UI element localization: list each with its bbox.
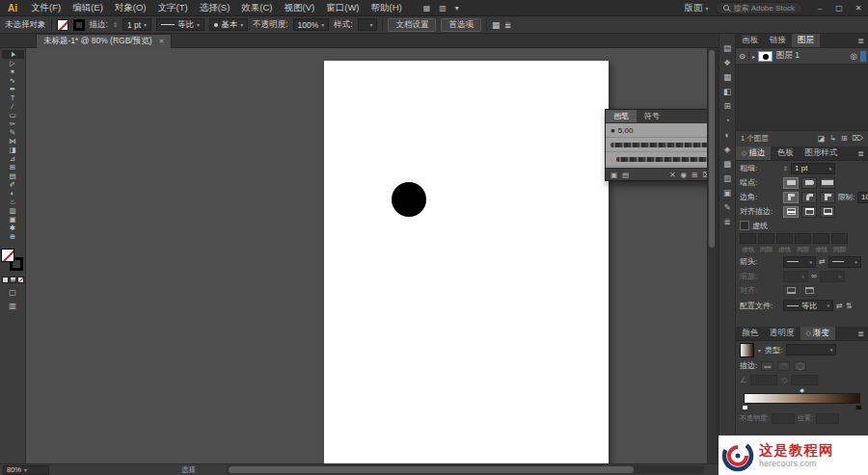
artboard-tool[interactable]: ▣ <box>2 215 24 224</box>
eyedropper-tool[interactable]: ✐ <box>2 180 24 189</box>
artboard[interactable] <box>324 61 609 463</box>
fill-stroke-control[interactable] <box>1 249 24 273</box>
menu-item[interactable]: 视图(V) <box>279 2 321 14</box>
brush-libraries-icon[interactable]: ▣ <box>610 171 617 179</box>
document-setup-button[interactable]: 文档设置 <box>388 18 436 32</box>
fill-swatch[interactable] <box>1 249 14 262</box>
tab-color[interactable]: 颜色 <box>736 327 764 340</box>
gradient-slider[interactable]: ◆ <box>744 393 860 404</box>
tab-graphic-styles[interactable]: 图形样式 <box>799 146 843 160</box>
delete-layer-icon[interactable]: ⌦ <box>853 134 863 143</box>
workspace-switcher[interactable]: 版面 <box>684 2 708 14</box>
color-button[interactable] <box>2 277 9 283</box>
horizontal-scrollbar[interactable] <box>227 465 704 474</box>
brush-definition-dropdown[interactable]: 基本 <box>209 18 248 31</box>
gap-input[interactable] <box>795 233 811 244</box>
gradient-tool[interactable]: ▤ <box>2 172 24 180</box>
tab-transparency[interactable]: 透明度 <box>764 327 800 340</box>
new-brush-icon[interactable]: ⊞ <box>692 171 697 179</box>
dashed-line-checkbox[interactable] <box>740 221 749 230</box>
brush-options-icon[interactable]: ◉ <box>681 171 688 179</box>
new-sublayer-icon[interactable]: ↳ <box>829 134 836 143</box>
stop-location-input[interactable] <box>816 413 839 424</box>
align-stroke-inside-button[interactable] <box>801 206 817 218</box>
hand-tool[interactable]: ✱ <box>2 224 24 232</box>
gradient-swatch[interactable] <box>740 343 754 357</box>
direct-selection-tool[interactable]: ▷ <box>2 59 24 67</box>
layout-caret-icon[interactable]: ▾ <box>455 4 459 13</box>
stroke-stepper-icon[interactable]: ⇕ <box>113 21 118 28</box>
tab-artboards[interactable]: 画板 <box>736 34 764 47</box>
tab-layers[interactable]: 图层 <box>792 34 820 47</box>
width-profile-dropdown[interactable]: 等比 <box>156 18 204 31</box>
gap-input[interactable] <box>831 233 848 244</box>
dock-appearance-icon[interactable]: ◐ <box>720 128 735 141</box>
gradient-type-dropdown[interactable] <box>786 344 836 356</box>
tab-close-icon[interactable]: ✕ <box>159 38 165 45</box>
dock-transparency-icon[interactable]: ◔ <box>720 114 735 126</box>
dock-symbols-icon[interactable]: ≣ <box>720 215 735 227</box>
align-arrow-tip-button[interactable] <box>783 285 799 297</box>
delete-brush-icon[interactable]: ⌦ <box>702 171 707 179</box>
horizontal-scroll-thumb[interactable] <box>229 466 634 473</box>
brush-item[interactable]: › <box>606 138 707 152</box>
menu-item[interactable]: 文字(T) <box>152 2 194 14</box>
document-layout-icon[interactable]: ▥ <box>439 4 447 13</box>
flip-across-icon[interactable]: ⇅ <box>846 302 853 310</box>
black-circle-shape[interactable] <box>392 182 426 217</box>
swap-arrowheads-icon[interactable]: ⇄ <box>819 257 826 266</box>
arrowhead-start-dropdown[interactable] <box>783 256 816 268</box>
minimize-button[interactable]: – <box>810 0 829 16</box>
caret-down-icon[interactable]: ▾ <box>758 347 761 354</box>
limit-input[interactable]: 10 <box>857 192 868 203</box>
panel-menu-icon[interactable]: ≣ <box>854 34 868 47</box>
miter-join-button[interactable] <box>783 192 799 203</box>
menu-item[interactable]: 帮助(H) <box>366 2 408 14</box>
type-tool[interactable]: T <box>2 93 24 102</box>
layer-name[interactable]: 图层 1 <box>776 50 800 62</box>
document-tab[interactable]: 未标题-1* @ 80% (RGB/预览) ✕ <box>36 34 172 48</box>
weight-stepper-icon[interactable]: ⇕ <box>783 165 788 172</box>
visibility-eye-icon[interactable]: ⊙ <box>736 52 749 61</box>
lasso-tool[interactable]: ∿ <box>2 76 24 85</box>
target-circle-icon[interactable]: ◎ <box>851 51 857 61</box>
flip-along-icon[interactable]: ⇄ <box>836 302 843 310</box>
gradient-bar[interactable] <box>744 393 860 404</box>
dash-input[interactable] <box>740 233 756 244</box>
make-clipping-mask-icon[interactable]: ◪ <box>818 134 826 143</box>
symbol-sprayer-tool[interactable]: ♨ <box>2 198 24 206</box>
line-segment-tool[interactable]: ∕ <box>2 102 24 111</box>
brush-item[interactable]: ‹ › <box>606 152 707 167</box>
none-button[interactable] <box>17 277 24 283</box>
weight-dropdown[interactable]: 1 pt <box>791 163 835 174</box>
dock-align-icon[interactable]: ▦ <box>720 70 735 83</box>
selection-tool[interactable]: ➤ <box>2 50 24 59</box>
menu-item[interactable]: 对象(O) <box>109 2 152 14</box>
align-arrow-end-button[interactable] <box>801 285 817 297</box>
new-layer-icon[interactable]: ⊞ <box>841 134 848 143</box>
gap-input[interactable] <box>758 233 774 244</box>
panel-menu-icon[interactable]: ≣ <box>704 110 707 122</box>
menu-item[interactable]: 效果(C) <box>235 2 278 14</box>
dock-graphic-styles-icon[interactable]: ◈ <box>720 143 735 155</box>
more-options-icon[interactable]: ≣ <box>504 20 511 30</box>
menu-item[interactable]: 窗口(W) <box>320 2 365 14</box>
vertical-scroll-thumb[interactable] <box>709 50 715 248</box>
close-button[interactable]: ✕ <box>849 0 868 16</box>
zoom-dropdown[interactable]: 80%▾ <box>3 465 49 475</box>
stock-search-input[interactable]: 搜索 Adobe Stock <box>716 2 802 14</box>
dock-swatches-icon[interactable]: ▣ <box>720 186 735 198</box>
round-cap-button[interactable] <box>801 177 817 189</box>
pen-tool[interactable]: ✒ <box>2 85 24 93</box>
dock-actions-icon[interactable]: ❖ <box>720 56 735 68</box>
pencil-tool[interactable]: ✎ <box>2 128 24 137</box>
round-join-button[interactable] <box>801 192 817 203</box>
gradient-button[interactable] <box>10 277 16 283</box>
fill-color-swatch[interactable] <box>57 19 68 31</box>
menu-item[interactable]: 文件(F) <box>25 2 67 14</box>
perspective-grid-tool[interactable]: ⊿ <box>2 154 24 163</box>
style-dropdown[interactable] <box>358 18 378 31</box>
dock-color-guide-icon[interactable]: ▥ <box>720 172 735 184</box>
selection-indicator[interactable] <box>860 51 866 62</box>
tab-brushes[interactable]: 画笔 <box>606 110 637 122</box>
